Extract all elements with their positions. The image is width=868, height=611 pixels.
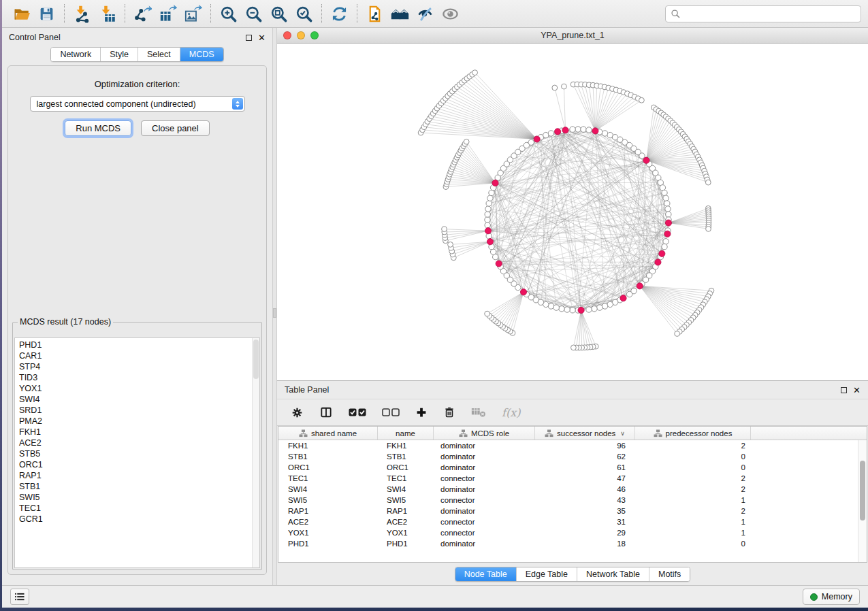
splitter-grip[interactable]	[273, 308, 276, 318]
table-row[interactable]: FKH1FKH1dominator962	[278, 440, 867, 451]
zoom-in-button[interactable]	[216, 3, 241, 24]
cell-predecessor-nodes: 1	[635, 529, 751, 537]
mcds-result-item[interactable]: SRD1	[19, 405, 259, 416]
mcds-result-item[interactable]: CAR1	[19, 350, 259, 361]
export-image-icon	[184, 5, 202, 23]
memory-button[interactable]: Memory	[803, 589, 860, 605]
mcds-result-item[interactable]: FKH1	[19, 427, 259, 437]
vertical-splitter[interactable]	[272, 28, 277, 585]
fit-content-button[interactable]	[266, 3, 291, 24]
column-header-name[interactable]: name	[378, 427, 434, 440]
table-row[interactable]: SWI5SWI5connector431	[278, 495, 867, 506]
run-mcds-button[interactable]: Run MCDS	[65, 120, 131, 136]
table-row[interactable]: YOX1YOX1connector291	[278, 527, 867, 538]
mcds-result-item[interactable]: TEC1	[19, 503, 259, 514]
deselect-all-button[interactable]	[382, 408, 400, 417]
export-table-button[interactable]	[155, 3, 180, 24]
maximize-window-icon[interactable]	[310, 31, 319, 39]
new-network-from-selection-button[interactable]	[362, 3, 387, 24]
mcds-result-item[interactable]: STB1	[19, 481, 259, 492]
search-icon	[671, 9, 680, 18]
close-panel-icon[interactable]: ✕	[258, 33, 266, 42]
table-row[interactable]: STB1STB1dominator620	[278, 451, 867, 462]
table-row[interactable]: TEC1TEC1connector472	[278, 473, 867, 484]
mcds-result-item[interactable]: SWI4	[19, 394, 259, 405]
network-canvas[interactable]	[277, 44, 868, 380]
open-file-button[interactable]	[9, 3, 34, 24]
import-network-button[interactable]	[69, 3, 95, 24]
table-row[interactable]: ORC1ORC1dominator610	[278, 462, 867, 473]
create-column-button[interactable]	[415, 406, 428, 418]
column-type-icon	[459, 429, 468, 437]
export-network-button[interactable]	[130, 3, 155, 24]
column-header-mcds-role[interactable]: MCDS role	[434, 427, 535, 440]
mcds-result-item[interactable]: ACE2	[19, 437, 259, 448]
column-header-shared-name[interactable]: shared name	[278, 427, 378, 440]
network-view-window: YPA_prune.txt_1	[277, 28, 868, 381]
mcds-result-item[interactable]: YOX1	[19, 383, 259, 394]
tab-motifs[interactable]: Motifs	[649, 567, 690, 581]
mcds-result-item[interactable]: STP4	[19, 361, 259, 372]
close-window-icon[interactable]	[283, 31, 291, 39]
main-toolbar	[2, 0, 868, 28]
mcds-result-item[interactable]: PMA2	[19, 416, 259, 427]
optimization-criterion-select[interactable]: largest connected component (undirected)	[30, 96, 245, 112]
result-scrollbar[interactable]	[252, 338, 259, 567]
select-all-button[interactable]	[349, 408, 366, 417]
export-network-icon	[133, 5, 152, 23]
mcds-result-item[interactable]: TID3	[19, 372, 259, 383]
zoom-out-button[interactable]	[241, 3, 266, 24]
close-table-panel-icon[interactable]: ✕	[853, 386, 861, 395]
tab-network-table[interactable]: Network Table	[577, 567, 649, 581]
apply-layout-button[interactable]	[327, 3, 352, 24]
mcds-result-item[interactable]: SWI5	[19, 492, 259, 503]
toolbar-separator	[321, 4, 322, 23]
result-scroll-thumb[interactable]	[253, 340, 259, 379]
tab-network[interactable]: Network	[51, 48, 101, 61]
cell-successor-nodes: 47	[535, 474, 635, 482]
tab-edge-table[interactable]: Edge Table	[517, 567, 577, 581]
column-header-predecessor-nodes[interactable]: predecessor nodes	[635, 427, 751, 440]
show-all-button[interactable]	[438, 3, 463, 24]
import-table-button[interactable]	[95, 3, 120, 24]
cell-name: ACE2	[378, 518, 434, 526]
mcds-result-item[interactable]: PHD1	[19, 340, 259, 350]
table-row[interactable]: ACE2ACE2connector311	[278, 516, 867, 527]
table-row[interactable]: PHD1PHD1dominator180	[278, 538, 867, 549]
toolbar-separator	[357, 4, 357, 23]
table-scrollbar[interactable]	[858, 440, 867, 562]
table-row[interactable]: RAP1RAP1dominator352	[278, 506, 867, 516]
zoom-in-icon	[219, 5, 238, 23]
minimize-window-icon[interactable]	[297, 31, 305, 39]
hide-selected-button[interactable]	[413, 3, 438, 24]
search-input[interactable]	[684, 8, 856, 19]
close-panel-button[interactable]: Close panel	[141, 120, 210, 136]
mcds-tab-panel: Optimization criterion: largest connecte…	[7, 65, 267, 575]
network-window-titlebar[interactable]: YPA_prune.txt_1	[277, 28, 868, 44]
save-session-button[interactable]	[34, 3, 59, 24]
table-options-button[interactable]	[291, 406, 304, 419]
show-columns-button[interactable]	[319, 406, 333, 419]
delete-column-button[interactable]	[443, 406, 455, 418]
float-panel-icon[interactable]	[246, 35, 252, 41]
mcds-result-item[interactable]: RAP1	[19, 470, 259, 481]
column-header-successor-nodes[interactable]: successor nodes∨	[535, 427, 635, 440]
mcds-result-list[interactable]: PHD1CAR1STP4TID3YOX1SWI4SRD1PMA2FKH1ACE2…	[14, 337, 260, 568]
tab-select[interactable]: Select	[138, 48, 180, 61]
tab-node-table[interactable]: Node Table	[455, 567, 517, 581]
tab-mcds[interactable]: MCDS	[180, 48, 223, 61]
table-row[interactable]: SWI4SWI4dominator462	[278, 484, 867, 495]
mcds-result-item[interactable]: STB5	[19, 448, 259, 459]
cell-successor-nodes: 46	[535, 485, 635, 493]
table-scroll-thumb[interactable]	[860, 461, 865, 521]
table-toolbar: f(x)	[277, 399, 868, 426]
tab-style[interactable]: Style	[101, 48, 138, 61]
cell-successor-nodes: 29	[535, 529, 635, 537]
mcds-result-item[interactable]: ORC1	[19, 459, 259, 470]
export-image-button[interactable]	[180, 3, 206, 24]
mcds-result-item[interactable]: GCR1	[19, 514, 259, 525]
zoom-selected-button[interactable]	[291, 3, 317, 24]
first-neighbors-button[interactable]	[387, 3, 413, 24]
task-history-button[interactable]	[10, 589, 29, 605]
float-table-panel-icon[interactable]	[841, 387, 847, 393]
